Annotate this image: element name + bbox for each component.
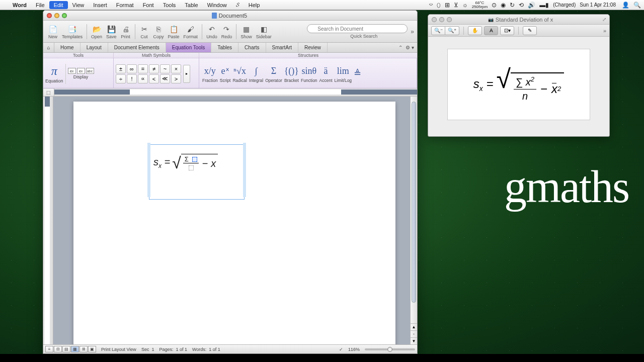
sync-icon[interactable]: ↻ <box>510 2 515 9</box>
new-button[interactable]: 📄New <box>46 24 59 39</box>
show-button[interactable]: ▦Show <box>239 24 254 39</box>
copy-button[interactable]: ⎘Copy <box>152 24 166 39</box>
minimize-button[interactable] <box>54 13 59 18</box>
structure-operator[interactable]: ΣOperator <box>264 64 283 83</box>
leaf-icon[interactable]: ⬯ <box>437 2 441 9</box>
structure-bracket[interactable]: {()}Bracket <box>283 64 300 83</box>
symbol-cell[interactable]: ∞ <box>127 64 137 73</box>
cut-button[interactable]: ✂Cut <box>138 24 151 39</box>
scroll-page-icon[interactable]: ◦ <box>411 330 417 337</box>
paste-button[interactable]: 📋Paste <box>167 24 181 39</box>
view-focus-button[interactable]: ▣ <box>88 346 96 352</box>
hand-tool-button[interactable]: ✋ <box>468 26 482 35</box>
preview-close-button[interactable] <box>432 17 437 22</box>
symbol-cell[interactable]: = <box>138 64 148 73</box>
menu-file[interactable]: File <box>31 1 49 9</box>
structure-radical[interactable]: ⁿ√xRadical <box>231 64 248 83</box>
zoom-button[interactable] <box>62 13 67 18</box>
view-draft-button[interactable]: ≡ <box>45 346 53 352</box>
marquee-tool-button[interactable]: ⊡▾ <box>500 26 514 35</box>
redo-button[interactable]: ↷Redo <box>220 24 234 39</box>
equation-placeholder-denominator[interactable] <box>189 165 194 170</box>
dropbox-icon[interactable]: ⊞ <box>445 2 450 9</box>
timemachine-icon[interactable]: ⟲ <box>519 2 524 9</box>
tab-home[interactable]: Home <box>54 43 80 52</box>
preview-titlebar[interactable]: 📷Standard Deviation of x ⤢ <box>428 15 609 25</box>
undo-button[interactable]: ↶Undo <box>205 24 219 39</box>
equation-object[interactable]: sx = √ Σ − x <box>149 144 245 200</box>
sun-icon[interactable]: ☼ <box>462 2 468 9</box>
view-outline-button[interactable]: ⊟ <box>54 346 62 352</box>
zoom-slider[interactable] <box>365 348 415 350</box>
tab-charts[interactable]: Charts <box>238 43 266 52</box>
tab-layout[interactable]: Layout <box>80 43 108 52</box>
symbol-cell[interactable]: < <box>149 74 159 83</box>
select-tool-button[interactable]: 𝖠 <box>484 26 498 35</box>
ribbon-gear-icon[interactable]: ⚙ ▾ <box>406 45 414 50</box>
zoom-value[interactable]: 116% <box>348 347 360 352</box>
menu-insert[interactable]: Insert <box>89 1 112 9</box>
volume-icon[interactable]: 🔊 <box>528 2 535 9</box>
search-input[interactable] <box>307 24 408 33</box>
spellcheck-icon[interactable]: ✓ <box>339 347 343 352</box>
tab-equation-tools[interactable]: Equation Tools <box>166 43 211 52</box>
page[interactable]: sx = √ Σ − x <box>73 102 395 344</box>
symbol-cell[interactable]: ≠ <box>149 64 159 73</box>
symbol-cell[interactable]: ! <box>127 74 137 83</box>
page-scroll-area[interactable]: sx = √ Σ − x <box>53 97 417 344</box>
menu-help[interactable]: Help <box>244 1 265 9</box>
user-icon[interactable]: 👤 <box>622 2 629 9</box>
spotlight-icon[interactable]: 🔍 <box>633 2 641 9</box>
battery-icon[interactable]: ▬▮ <box>539 2 549 9</box>
structure-integral[interactable]: ∫Integral <box>248 64 264 83</box>
equation-button[interactable]: π Equation <box>45 64 63 83</box>
antenna-icon[interactable]: ⊻ <box>454 2 458 9</box>
symbol-nav-button[interactable]: ▸ <box>183 65 190 83</box>
menu-format[interactable]: Format <box>112 1 138 9</box>
preview-minimize-button[interactable] <box>439 17 444 22</box>
preview-zoom-button[interactable] <box>447 17 452 22</box>
close-button[interactable] <box>47 13 52 18</box>
menu-script[interactable]: 𝓢 <box>231 1 244 9</box>
word-titlebar[interactable]: Document5 <box>43 11 417 21</box>
eye-icon[interactable]: ⊙ <box>492 2 497 9</box>
tab-review[interactable]: Review <box>298 43 328 52</box>
structure-limitlog[interactable]: limLimit/Log <box>334 64 353 83</box>
structure-fraction[interactable]: x/yFraction <box>201 64 219 83</box>
circle-icon[interactable]: ◉ <box>501 2 506 9</box>
view-print-button[interactable]: ▦ <box>71 346 79 352</box>
format-button[interactable]: 🖌Format <box>182 24 200 39</box>
save-button[interactable]: 💾Save <box>105 24 118 39</box>
app-menu[interactable]: Word <box>8 1 31 9</box>
structure-function[interactable]: sinθFunction <box>300 64 318 83</box>
view-notebook-button[interactable]: ⊞ <box>79 346 88 352</box>
preview-fullscreen-icon[interactable]: ⤢ <box>589 17 609 22</box>
zoom-out-button[interactable]: 🔍⁻ <box>431 26 445 35</box>
toolbar-chevron-icon[interactable]: » <box>411 28 414 35</box>
tab-smartart[interactable]: SmartArt <box>266 43 298 52</box>
scroll-up-icon[interactable]: ▲ <box>411 323 417 330</box>
preview-expand-icon[interactable]: » <box>603 28 606 34</box>
templates-button[interactable]: 📑Templates <box>60 24 84 39</box>
menu-tools[interactable]: Tools <box>158 1 181 9</box>
symbol-cell[interactable]: ∝ <box>138 74 148 83</box>
ruler-corner[interactable]: ⬚ <box>43 88 54 96</box>
symbol-cell[interactable]: > <box>171 74 181 83</box>
equation-content[interactable]: sx = √ Σ − x <box>149 145 244 181</box>
vertical-scrollbar[interactable]: ▲ ◦ ▼ <box>410 97 417 344</box>
wifi-icon[interactable]: ⌔ <box>429 2 433 9</box>
view-publishing-button[interactable]: ▤ <box>62 346 70 352</box>
horizontal-ruler[interactable]: ⬚ <box>43 88 417 97</box>
clock[interactable]: Sun 1 Apr 21:08 <box>580 2 618 8</box>
scrollbar-thumb[interactable] <box>412 102 416 303</box>
menu-window[interactable]: Window <box>203 1 231 9</box>
sidebar-button[interactable]: ◧Sidebar <box>255 24 273 39</box>
tab-document-elements[interactable]: Document Elements <box>108 43 166 52</box>
structure-accent[interactable]: äAccent <box>318 64 334 83</box>
display-button[interactable]: exexabc Display <box>68 68 94 79</box>
open-button[interactable]: 📂Open <box>90 24 104 39</box>
symbol-cell[interactable]: ~ <box>160 64 170 73</box>
symbol-cell[interactable]: ± <box>116 64 126 73</box>
symbol-cell[interactable]: ÷ <box>116 74 126 83</box>
menu-table[interactable]: Table <box>180 1 202 9</box>
